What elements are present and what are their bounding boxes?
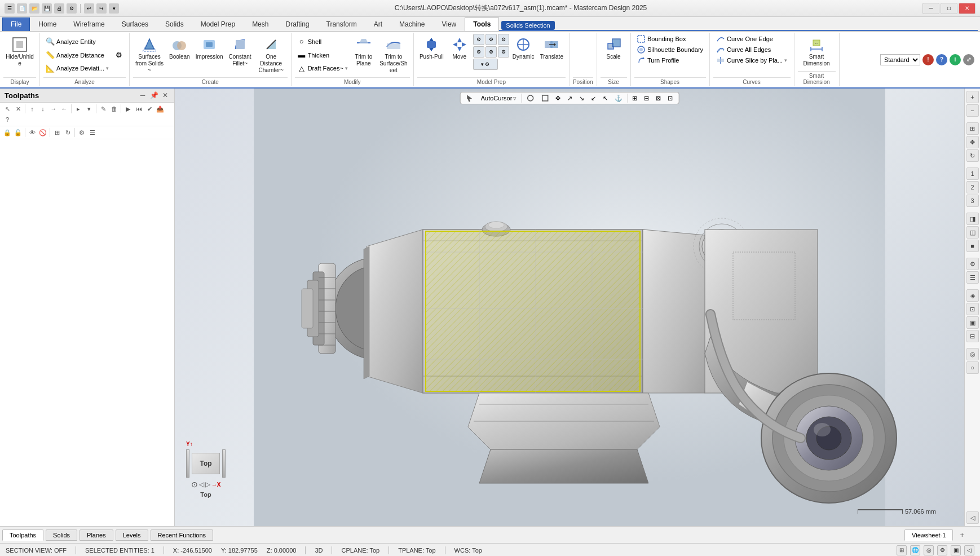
ac-icon2[interactable]: [538, 94, 551, 103]
view-cube-box[interactable]: Top: [192, 453, 220, 474]
rt-view3-button[interactable]: 3: [966, 195, 979, 207]
tab-wireframe[interactable]: Wireframe: [65, 17, 113, 31]
scale-button[interactable]: Scale: [601, 34, 626, 62]
tp-verify-button[interactable]: ✔: [144, 104, 154, 114]
rt-fit-button[interactable]: ⊞: [966, 122, 979, 135]
status-icon4[interactable]: ⚙: [937, 545, 947, 555]
model-prep-icon7[interactable]: ▾ ⚙: [473, 59, 498, 70]
tp-lock-button[interactable]: 🔒: [2, 127, 12, 138]
model-prep-icon5[interactable]: ⚙: [485, 46, 497, 58]
open-icon[interactable]: 📂: [29, 3, 39, 14]
ac-icon5[interactable]: ↘: [577, 94, 586, 103]
rt-shade-button[interactable]: ◨: [966, 213, 979, 225]
rt-solid-button[interactable]: ■: [966, 240, 979, 252]
rt-extra2-button[interactable]: ☰: [966, 271, 979, 284]
tp-post-button[interactable]: 📤: [155, 104, 165, 114]
tab-transform[interactable]: Transform: [318, 17, 365, 31]
app-menu-icon[interactable]: ☰: [5, 3, 15, 14]
tp-help-button[interactable]: ?: [2, 114, 12, 125]
tp-edit-button[interactable]: ✎: [98, 104, 108, 114]
save-icon[interactable]: 💾: [42, 3, 52, 14]
tp-show-path-button[interactable]: 👁: [27, 127, 37, 138]
ac-icon4[interactable]: ↗: [565, 94, 575, 103]
tab-machine[interactable]: Machine: [391, 17, 433, 31]
rt-rotate-button[interactable]: ↻: [966, 149, 979, 162]
ac-icon8[interactable]: ⚓: [612, 94, 625, 103]
extra2-icon[interactable]: ▾: [109, 3, 119, 14]
tab-model-prep[interactable]: Model Prep: [192, 17, 244, 31]
cube-left-button[interactable]: ◁: [199, 480, 204, 488]
dynamic-button[interactable]: Dynamic: [510, 34, 537, 62]
draft-faces-button[interactable]: △ Draft Faces~ ▾: [295, 63, 350, 74]
rt-extra5-button[interactable]: ▣: [966, 316, 979, 329]
print-icon[interactable]: 🖨: [54, 3, 64, 14]
move-button[interactable]: Move: [447, 34, 472, 62]
smart-dimension-button[interactable]: ↔ SmartDimension: [801, 34, 832, 69]
hide-unhide-button[interactable]: Hide/Unhide: [3, 34, 36, 69]
tab-tools[interactable]: Tools: [465, 17, 499, 31]
cube-right-handle[interactable]: [222, 449, 226, 478]
toolpaths-close-button[interactable]: ✕: [161, 91, 170, 100]
status-icon2[interactable]: 🌐: [910, 545, 920, 555]
tab-drafting[interactable]: Drafting: [277, 17, 317, 31]
autocursor-button[interactable]: AutoCursor ▿: [479, 94, 519, 103]
tab-home[interactable]: Home: [30, 17, 65, 31]
tab-solids[interactable]: Solids: [46, 529, 77, 541]
new-icon[interactable]: 📄: [17, 3, 27, 14]
bounding-box-button[interactable]: Bounding Box: [635, 34, 705, 44]
analyze-deviation-button[interactable]: 📐 Analyze Deviati... ▾: [43, 63, 111, 74]
tp-move-down-button[interactable]: ↓: [38, 104, 48, 114]
tp-delete-button[interactable]: 🗑: [109, 104, 119, 114]
ac-grid3[interactable]: ⊠: [654, 94, 663, 103]
tp-deselect-button[interactable]: ✕: [13, 104, 23, 114]
ac-icon6[interactable]: ↙: [589, 94, 598, 103]
ac-grid2[interactable]: ⊟: [642, 94, 651, 103]
surfaces-from-solids-button[interactable]: Surfacesfrom Solids ~: [133, 34, 166, 76]
boolean-button[interactable]: Boolean: [167, 34, 192, 62]
rt-extra8-button[interactable]: ○: [966, 361, 979, 374]
rt-pan-button[interactable]: ✥: [966, 136, 979, 148]
model-prep-icon4[interactable]: ⚙: [473, 46, 484, 58]
status-icon3[interactable]: ◎: [924, 545, 934, 555]
tab-surfaces[interactable]: Surfaces: [113, 17, 157, 31]
analyze-distance-button[interactable]: 📏 Analyze Distance: [43, 50, 111, 61]
rt-expand-button[interactable]: ◁: [966, 511, 979, 524]
push-pull-button[interactable]: Push-Pull: [417, 34, 446, 62]
info-icon[interactable]: ?: [936, 54, 947, 65]
impression-button[interactable]: Impression: [193, 34, 226, 62]
curve-all-edges-button[interactable]: Curve All Edges: [714, 45, 789, 55]
expand-icon[interactable]: ⤢: [963, 54, 974, 65]
tp-move-up-button[interactable]: ↑: [27, 104, 37, 114]
redo-icon[interactable]: ↪: [96, 3, 107, 14]
viewsheet-1-tab[interactable]: Viewsheet-1: [904, 529, 953, 541]
toolpaths-pin-button[interactable]: 📌: [149, 91, 158, 100]
cube-right-button[interactable]: ▷: [205, 480, 210, 488]
ac-grid4[interactable]: ⊡: [665, 94, 675, 103]
trim-to-surface-button[interactable]: Trim toSurface/Sheet: [377, 34, 410, 76]
tab-planes[interactable]: Planes: [80, 529, 113, 541]
rt-extra6-button[interactable]: ⊟: [966, 330, 979, 342]
tp-expand-button[interactable]: ▸: [73, 104, 83, 114]
constant-fillet-button[interactable]: ConstantFillet~: [227, 34, 254, 69]
undo-icon[interactable]: ↩: [84, 3, 94, 14]
chamfer-button[interactable]: One DistanceChamfer~: [255, 34, 288, 76]
translate-button[interactable]: Translate: [538, 34, 566, 62]
rt-view1-button[interactable]: 1: [966, 167, 979, 180]
tp-select-button[interactable]: ↖: [2, 104, 12, 114]
tab-file[interactable]: File: [2, 17, 30, 31]
tab-toolpaths[interactable]: Toolpaths: [2, 529, 43, 541]
model-prep-icon6[interactable]: ⚙: [498, 46, 509, 58]
rt-extra1-button[interactable]: ⚙: [966, 258, 979, 270]
shell-button[interactable]: ○ Shell: [295, 36, 350, 47]
tp-filter-button[interactable]: ⊞: [52, 127, 62, 138]
tp-extra2-button[interactable]: ☰: [87, 127, 98, 138]
curve-slice-more[interactable]: ▾: [784, 58, 787, 63]
ac-icon1[interactable]: [524, 94, 536, 103]
ac-grid1[interactable]: ⊞: [630, 94, 639, 103]
turn-profile-button[interactable]: Turn Profile: [635, 55, 705, 65]
minimize-button[interactable]: ─: [922, 3, 939, 14]
maximize-button[interactable]: □: [941, 3, 957, 14]
tp-outdent-button[interactable]: ←: [59, 104, 69, 114]
tab-solids[interactable]: Solids: [157, 17, 192, 31]
analyze-entity-button[interactable]: 🔍 Analyze Entity: [43, 36, 111, 47]
